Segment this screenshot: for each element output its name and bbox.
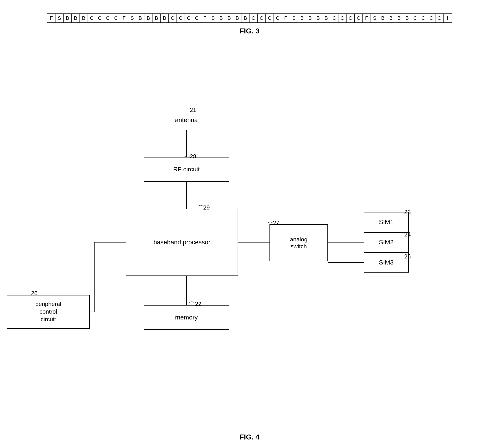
ref-29: 29 bbox=[203, 204, 210, 211]
frame-cell: C bbox=[258, 14, 266, 22]
frame-cell: C bbox=[104, 14, 112, 22]
frame-cell: F bbox=[47, 14, 55, 22]
frame-cell: B bbox=[322, 14, 330, 22]
frame-cell: S bbox=[55, 14, 64, 22]
frame-cell: C bbox=[177, 14, 185, 22]
frame-cell: C bbox=[355, 14, 363, 22]
frame-cell: C bbox=[419, 14, 427, 22]
frame-cell: I bbox=[444, 14, 452, 22]
fig3-section: F S B B B C C C C F S B B B B C C C C F … bbox=[18, 14, 481, 35]
frame-cell: B bbox=[153, 14, 161, 22]
frame-cell: C bbox=[338, 14, 346, 22]
frame-cell: B bbox=[64, 14, 72, 22]
sim2-box: SIM2 bbox=[364, 232, 409, 252]
sim1-box: SIM1 bbox=[364, 212, 409, 232]
frame-cell: C bbox=[274, 14, 282, 22]
frame-cell: B bbox=[241, 14, 249, 22]
frame-cell: C bbox=[411, 14, 419, 22]
frame-bar: F S B B B C C C C F S B B B B C C C C F … bbox=[47, 14, 452, 23]
frame-cell: B bbox=[72, 14, 80, 22]
frame-cell: B bbox=[233, 14, 241, 22]
fig4-section: antenna 21 RF circuit 28 baseband proces… bbox=[0, 74, 499, 448]
frame-cell: B bbox=[298, 14, 306, 22]
frame-cell: B bbox=[144, 14, 153, 22]
frame-cell: B bbox=[306, 14, 314, 22]
frame-cell: C bbox=[185, 14, 193, 22]
frame-cell: B bbox=[136, 14, 144, 22]
frame-cell: C bbox=[330, 14, 338, 22]
frame-cell: C bbox=[427, 14, 435, 22]
frame-cell: B bbox=[217, 14, 225, 22]
fig4-caption: FIG. 4 bbox=[240, 433, 260, 441]
memory-box: memory bbox=[144, 305, 229, 330]
frame-cell: C bbox=[112, 14, 120, 22]
frame-cell: B bbox=[80, 14, 88, 22]
frame-cell: B bbox=[387, 14, 395, 22]
ref-25: 25 bbox=[404, 253, 411, 260]
ref-23: 23 bbox=[404, 209, 411, 216]
frame-cell: C bbox=[266, 14, 274, 22]
ref-27: 27 bbox=[273, 219, 279, 226]
ref-24: 24 bbox=[404, 231, 411, 238]
analog-switch-box: analog switch bbox=[270, 224, 328, 261]
frame-cell: C bbox=[435, 14, 444, 22]
frame-cell: B bbox=[403, 14, 411, 22]
frame-cell: C bbox=[346, 14, 355, 22]
frame-cell: S bbox=[290, 14, 298, 22]
sim3-box: SIM3 bbox=[364, 252, 409, 272]
frame-cell: B bbox=[161, 14, 169, 22]
frame-cell: C bbox=[88, 14, 96, 22]
frame-cell: C bbox=[193, 14, 201, 22]
frame-cell: B bbox=[225, 14, 233, 22]
frame-cell: B bbox=[314, 14, 322, 22]
ref-26: 26 bbox=[31, 290, 37, 297]
frame-cell: C bbox=[169, 14, 177, 22]
frame-cell: S bbox=[128, 14, 136, 22]
frame-cell: F bbox=[363, 14, 371, 22]
frame-cell: F bbox=[120, 14, 128, 22]
ref-28: 28 bbox=[190, 153, 196, 160]
frame-cell: B bbox=[379, 14, 387, 22]
frame-cell: F bbox=[201, 14, 209, 22]
rf-circuit-box: RF circuit bbox=[144, 157, 229, 182]
frame-cell: C bbox=[96, 14, 104, 22]
diagram-lines bbox=[0, 74, 499, 433]
frame-cell: C bbox=[249, 14, 258, 22]
frame-cell: S bbox=[209, 14, 217, 22]
fig3-caption: FIG. 3 bbox=[18, 27, 481, 35]
antenna-box: antenna bbox=[144, 110, 229, 130]
peripheral-box: peripheral control circuit bbox=[7, 295, 90, 329]
ref-21: 21 bbox=[190, 107, 196, 113]
frame-cell: S bbox=[371, 14, 379, 22]
ref-22: 22 bbox=[195, 301, 201, 307]
baseband-box: baseband processor bbox=[126, 209, 238, 276]
frame-cell: F bbox=[282, 14, 290, 22]
frame-cell: B bbox=[395, 14, 403, 22]
